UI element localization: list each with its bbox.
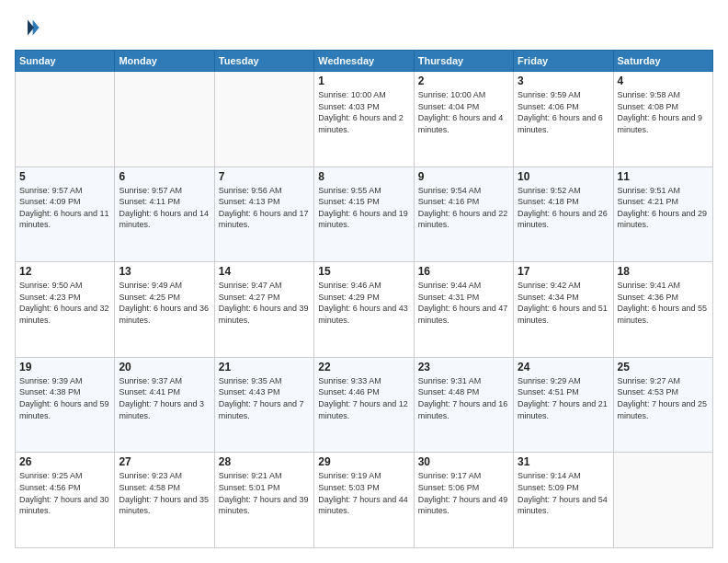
day-number: 25 bbox=[618, 361, 709, 373]
calendar-cell: 20Sunrise: 9:37 AM Sunset: 4:41 PM Dayli… bbox=[115, 357, 214, 453]
calendar-cell: 15Sunrise: 9:46 AM Sunset: 4:29 PM Dayli… bbox=[314, 262, 414, 358]
calendar-cell: 19Sunrise: 9:39 AM Sunset: 4:38 PM Dayli… bbox=[16, 357, 115, 453]
day-number: 6 bbox=[119, 170, 210, 183]
calendar-cell: 8Sunrise: 9:55 AM Sunset: 4:15 PM Daylig… bbox=[314, 167, 414, 262]
day-number: 29 bbox=[318, 455, 409, 468]
page: SundayMondayTuesdayWednesdayThursdayFrid… bbox=[0, 0, 728, 563]
day-info: Sunrise: 9:49 AM Sunset: 4:25 PM Dayligh… bbox=[119, 280, 210, 326]
calendar-cell: 21Sunrise: 9:35 AM Sunset: 4:43 PM Dayli… bbox=[214, 357, 313, 453]
day-number: 8 bbox=[318, 170, 409, 183]
day-number: 24 bbox=[518, 361, 609, 373]
day-info: Sunrise: 9:44 AM Sunset: 4:31 PM Dayligh… bbox=[418, 280, 509, 326]
logo bbox=[15, 15, 44, 40]
day-info: Sunrise: 9:14 AM Sunset: 5:09 PM Dayligh… bbox=[518, 470, 609, 516]
calendar-cell bbox=[613, 453, 712, 548]
day-info: Sunrise: 9:25 AM Sunset: 4:56 PM Dayligh… bbox=[19, 470, 110, 516]
logo-icon bbox=[15, 15, 40, 40]
day-number: 5 bbox=[19, 170, 110, 183]
week-row-2: 5Sunrise: 9:57 AM Sunset: 4:09 PM Daylig… bbox=[16, 167, 713, 262]
day-number: 20 bbox=[119, 361, 210, 373]
week-row-5: 26Sunrise: 9:25 AM Sunset: 4:56 PM Dayli… bbox=[16, 453, 713, 548]
day-info: Sunrise: 9:57 AM Sunset: 4:11 PM Dayligh… bbox=[119, 185, 210, 231]
calendar-table: SundayMondayTuesdayWednesdayThursdayFrid… bbox=[15, 50, 713, 548]
weekday-header-monday: Monday bbox=[115, 51, 214, 72]
day-info: Sunrise: 9:29 AM Sunset: 4:51 PM Dayligh… bbox=[518, 375, 609, 421]
day-number: 31 bbox=[518, 455, 609, 468]
day-number: 23 bbox=[418, 361, 509, 373]
day-info: Sunrise: 9:17 AM Sunset: 5:06 PM Dayligh… bbox=[418, 470, 509, 516]
week-row-4: 19Sunrise: 9:39 AM Sunset: 4:38 PM Dayli… bbox=[16, 357, 713, 453]
week-row-3: 12Sunrise: 9:50 AM Sunset: 4:23 PM Dayli… bbox=[16, 262, 713, 358]
day-number: 2 bbox=[418, 75, 509, 87]
day-number: 21 bbox=[219, 361, 310, 373]
calendar-cell: 28Sunrise: 9:21 AM Sunset: 5:01 PM Dayli… bbox=[214, 453, 313, 548]
header bbox=[15, 15, 713, 40]
day-info: Sunrise: 9:35 AM Sunset: 4:43 PM Dayligh… bbox=[219, 375, 310, 421]
calendar-cell: 1Sunrise: 10:00 AM Sunset: 4:03 PM Dayli… bbox=[314, 72, 414, 167]
calendar-cell: 16Sunrise: 9:44 AM Sunset: 4:31 PM Dayli… bbox=[414, 262, 513, 358]
calendar-cell: 14Sunrise: 9:47 AM Sunset: 4:27 PM Dayli… bbox=[214, 262, 313, 358]
day-number: 30 bbox=[418, 455, 509, 468]
calendar-cell: 3Sunrise: 9:59 AM Sunset: 4:06 PM Daylig… bbox=[514, 72, 613, 167]
day-number: 27 bbox=[119, 455, 210, 468]
day-info: Sunrise: 9:56 AM Sunset: 4:13 PM Dayligh… bbox=[219, 185, 310, 231]
day-info: Sunrise: 9:42 AM Sunset: 4:34 PM Dayligh… bbox=[518, 280, 609, 326]
day-info: Sunrise: 9:55 AM Sunset: 4:15 PM Dayligh… bbox=[318, 185, 409, 231]
calendar-cell bbox=[214, 72, 313, 167]
calendar-cell: 5Sunrise: 9:57 AM Sunset: 4:09 PM Daylig… bbox=[16, 167, 115, 262]
day-number: 22 bbox=[318, 361, 409, 373]
day-number: 15 bbox=[318, 265, 409, 278]
day-number: 16 bbox=[418, 265, 509, 278]
day-number: 10 bbox=[518, 170, 609, 183]
calendar-cell: 18Sunrise: 9:41 AM Sunset: 4:36 PM Dayli… bbox=[613, 262, 712, 358]
calendar-cell: 29Sunrise: 9:19 AM Sunset: 5:03 PM Dayli… bbox=[314, 453, 414, 548]
calendar-cell: 17Sunrise: 9:42 AM Sunset: 4:34 PM Dayli… bbox=[514, 262, 613, 358]
calendar-cell: 7Sunrise: 9:56 AM Sunset: 4:13 PM Daylig… bbox=[214, 167, 313, 262]
day-info: Sunrise: 9:59 AM Sunset: 4:06 PM Dayligh… bbox=[518, 89, 609, 135]
calendar-cell: 27Sunrise: 9:23 AM Sunset: 4:58 PM Dayli… bbox=[115, 453, 214, 548]
day-info: Sunrise: 10:00 AM Sunset: 4:04 PM Daylig… bbox=[418, 89, 509, 135]
calendar-cell: 12Sunrise: 9:50 AM Sunset: 4:23 PM Dayli… bbox=[16, 262, 115, 358]
day-number: 17 bbox=[518, 265, 609, 278]
day-info: Sunrise: 9:50 AM Sunset: 4:23 PM Dayligh… bbox=[19, 280, 110, 326]
weekday-header-sunday: Sunday bbox=[16, 51, 115, 72]
day-info: Sunrise: 9:46 AM Sunset: 4:29 PM Dayligh… bbox=[318, 280, 409, 326]
day-info: Sunrise: 9:19 AM Sunset: 5:03 PM Dayligh… bbox=[318, 470, 409, 516]
calendar-cell: 31Sunrise: 9:14 AM Sunset: 5:09 PM Dayli… bbox=[514, 453, 613, 548]
weekday-header-friday: Friday bbox=[514, 51, 613, 72]
calendar-cell: 6Sunrise: 9:57 AM Sunset: 4:11 PM Daylig… bbox=[115, 167, 214, 262]
day-info: Sunrise: 9:31 AM Sunset: 4:48 PM Dayligh… bbox=[418, 375, 509, 421]
weekday-header-tuesday: Tuesday bbox=[214, 51, 313, 72]
calendar-cell: 10Sunrise: 9:52 AM Sunset: 4:18 PM Dayli… bbox=[514, 167, 613, 262]
calendar-cell: 25Sunrise: 9:27 AM Sunset: 4:53 PM Dayli… bbox=[613, 357, 712, 453]
calendar-cell: 13Sunrise: 9:49 AM Sunset: 4:25 PM Dayli… bbox=[115, 262, 214, 358]
calendar-cell: 30Sunrise: 9:17 AM Sunset: 5:06 PM Dayli… bbox=[414, 453, 513, 548]
weekday-header-thursday: Thursday bbox=[414, 51, 513, 72]
day-number: 9 bbox=[418, 170, 509, 183]
day-number: 1 bbox=[318, 75, 409, 87]
day-number: 7 bbox=[219, 170, 310, 183]
calendar-cell: 2Sunrise: 10:00 AM Sunset: 4:04 PM Dayli… bbox=[414, 72, 513, 167]
day-number: 4 bbox=[618, 75, 709, 87]
weekday-header-row: SundayMondayTuesdayWednesdayThursdayFrid… bbox=[16, 51, 713, 72]
calendar-cell: 23Sunrise: 9:31 AM Sunset: 4:48 PM Dayli… bbox=[414, 357, 513, 453]
day-number: 12 bbox=[19, 265, 110, 278]
day-number: 14 bbox=[219, 265, 310, 278]
weekday-header-saturday: Saturday bbox=[613, 51, 712, 72]
day-number: 18 bbox=[618, 265, 709, 278]
day-info: Sunrise: 9:33 AM Sunset: 4:46 PM Dayligh… bbox=[318, 375, 409, 421]
day-number: 28 bbox=[219, 455, 310, 468]
day-info: Sunrise: 9:57 AM Sunset: 4:09 PM Dayligh… bbox=[19, 185, 110, 231]
day-info: Sunrise: 9:58 AM Sunset: 4:08 PM Dayligh… bbox=[618, 89, 709, 135]
day-info: Sunrise: 10:00 AM Sunset: 4:03 PM Daylig… bbox=[318, 89, 409, 135]
calendar-cell bbox=[16, 72, 115, 167]
calendar-cell: 9Sunrise: 9:54 AM Sunset: 4:16 PM Daylig… bbox=[414, 167, 513, 262]
day-info: Sunrise: 9:39 AM Sunset: 4:38 PM Dayligh… bbox=[19, 375, 110, 421]
calendar-cell: 11Sunrise: 9:51 AM Sunset: 4:21 PM Dayli… bbox=[613, 167, 712, 262]
day-info: Sunrise: 9:52 AM Sunset: 4:18 PM Dayligh… bbox=[518, 185, 609, 231]
day-number: 3 bbox=[518, 75, 609, 87]
day-info: Sunrise: 9:37 AM Sunset: 4:41 PM Dayligh… bbox=[119, 375, 210, 421]
calendar-cell: 24Sunrise: 9:29 AM Sunset: 4:51 PM Dayli… bbox=[514, 357, 613, 453]
weekday-header-wednesday: Wednesday bbox=[314, 51, 414, 72]
week-row-1: 1Sunrise: 10:00 AM Sunset: 4:03 PM Dayli… bbox=[16, 72, 713, 167]
